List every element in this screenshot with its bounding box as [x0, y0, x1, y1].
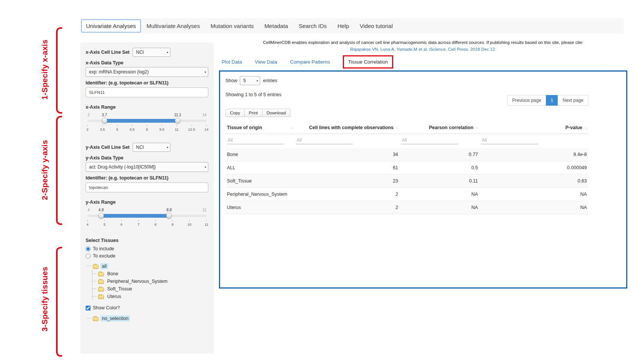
slider-handle-high[interactable]: [166, 213, 172, 218]
tissues-exclude-radio-row[interactable]: To exclude: [86, 253, 208, 259]
page-length-control: Show 5 ▾ entries: [225, 76, 588, 85]
entries-label: entries: [263, 78, 277, 83]
x-data-type-select[interactable]: exp: mRNA Expression (log2): [86, 67, 208, 77]
column-label: Tissue of origin: [227, 125, 262, 130]
slider-tick-label: 8: [155, 220, 156, 226]
tree-item-bone[interactable]: Bone: [92, 270, 208, 278]
slider-track[interactable]: [88, 215, 206, 217]
table-row[interactable]: Bone 34 0.77 9.4e-8: [225, 148, 588, 161]
tissue-cell: Bone: [225, 148, 294, 161]
column-label: P-value: [566, 125, 582, 130]
tab-multivariate-analyses[interactable]: Multivariate Analyses: [142, 20, 205, 32]
show-label: Show: [225, 78, 237, 83]
copy-button[interactable]: Copy: [225, 109, 245, 117]
tab-plot-data[interactable]: Plot Data: [222, 59, 242, 65]
cell-lines-cell: 2: [294, 201, 400, 214]
annotation-bracket-x-axis: [56, 27, 62, 114]
tab-view-data[interactable]: View Data: [255, 59, 277, 65]
header-row: Tissue of origin ↑↓ Cell lines with comp…: [225, 122, 588, 134]
folder-icon: [98, 295, 104, 299]
slider-tick-label: 9: [172, 220, 174, 226]
tab-tissue-correlation[interactable]: Tissue Correlation: [343, 55, 393, 69]
slider-handle-low[interactable]: [98, 213, 104, 218]
slider-track[interactable]: [88, 120, 206, 122]
column-header-p-value[interactable]: P-value ↑↓: [480, 122, 588, 134]
download-button[interactable]: Download: [262, 109, 291, 117]
y-data-type-select[interactable]: act: Drug Activity (-log10[IC50M]): [86, 162, 208, 172]
page-length-select[interactable]: 5: [240, 76, 260, 85]
column-header-tissue-of-origin[interactable]: Tissue of origin ↑↓: [225, 122, 294, 134]
tree-item-soft-tissue[interactable]: Soft_Tissue: [92, 285, 208, 293]
exclude-radio-label: To exclude: [93, 253, 116, 259]
column-header-pearson-correlation[interactable]: Pearson correlation ↑↓: [400, 122, 480, 134]
annotation-specify-tissues: 3-Specify tissues: [40, 257, 49, 341]
p-value-cell: 0.63: [480, 175, 588, 188]
table-row[interactable]: Uterus 2 NA NA: [225, 201, 588, 214]
filter-pearson-input[interactable]: [401, 136, 458, 144]
tab-compare-patterns[interactable]: Compare Patterns: [290, 59, 330, 65]
tree-item-all[interactable]: all: [87, 262, 208, 270]
x-identifier-input[interactable]: [86, 87, 208, 97]
tree-item-label: Soft_Tissue: [106, 286, 134, 292]
tree-item-label: no_selection: [100, 315, 130, 321]
selection-tree: no_selection: [87, 315, 208, 322]
folder-icon: [98, 280, 104, 284]
cell-lines-cell: 61: [294, 161, 400, 175]
slider-to-label: 8.8: [166, 208, 172, 212]
tissue-tree: all Bone Peripheral_Nervous_System Soft_…: [87, 262, 208, 300]
sort-icon: ↑↓: [476, 126, 478, 130]
slider-handle-high[interactable]: [175, 118, 181, 123]
x-range-slider[interactable]: 2 3.7 11.1 14 2 3.5 5 6.5 8 9.5 11 12.5 …: [88, 113, 206, 133]
show-color-checkbox[interactable]: [86, 306, 91, 311]
citation-link[interactable]: Rajapakse.VN, Luna.A, Yamade.M et al. iS…: [219, 46, 627, 53]
tissues-include-radio-row[interactable]: To include: [86, 246, 208, 251]
column-label: Cell lines with complete observations: [309, 125, 394, 130]
y-range-slider[interactable]: 4 4.8 8.8 11 4 5 6 7 8 9 10 11: [88, 208, 206, 228]
slider-tick-label: 9.5: [159, 125, 164, 131]
y-identifier-input[interactable]: [86, 183, 208, 192]
filter-p-value-input[interactable]: [481, 136, 538, 144]
table-row[interactable]: ALL 61 0.5 0.000049: [225, 161, 588, 175]
tab-univariate-analyses[interactable]: Univariate Analyses: [81, 19, 141, 33]
tab-video-tutorial[interactable]: Video tutorial: [355, 20, 397, 32]
slider-min-label: 2: [88, 113, 90, 117]
previous-page-button[interactable]: Previous page: [507, 95, 546, 106]
slider-range-bar: [101, 214, 169, 218]
tree-item-peripheral-nervous-system[interactable]: Peripheral_Nervous_System: [92, 278, 208, 285]
page-1-button[interactable]: 1: [546, 95, 558, 106]
slider-tick-label: 4: [86, 220, 88, 226]
tab-mutation-variants[interactable]: Mutation variants: [206, 20, 259, 32]
slider-ticks: 4 5 6 7 8 9 10 11: [88, 220, 206, 228]
show-color-row[interactable]: Show Color?: [86, 305, 208, 311]
print-button[interactable]: Print: [244, 109, 263, 117]
tab-metadata[interactable]: Metadata: [259, 20, 293, 32]
table-row[interactable]: Soft_Tissue 23 0.11 0.63: [225, 175, 588, 188]
annotation-specify-y-axis: 2-Specify y-axis: [40, 128, 49, 212]
slider-tick-label: 14: [205, 125, 209, 131]
slider-tick-label: 3.5: [100, 125, 105, 131]
p-value-cell: NA: [480, 201, 588, 214]
cell-lines-cell: 23: [294, 175, 400, 188]
tissue-cell: ALL: [225, 161, 294, 175]
exclude-radio[interactable]: [86, 254, 91, 259]
slider-handle-low[interactable]: [102, 118, 107, 123]
column-header-cell-lines[interactable]: Cell lines with complete observations ↑↓: [294, 122, 400, 134]
slider-tick-label: 11: [175, 125, 179, 131]
table-row[interactable]: Peripheral_Nervous_System 2 NA NA: [225, 188, 588, 201]
x-identifier-label: Identifier: (e.g. topotecan or SLFN11): [86, 80, 208, 86]
slider-tick-label: 2: [86, 125, 88, 131]
tab-help[interactable]: Help: [333, 20, 354, 32]
tree-item-uterus[interactable]: Uterus: [92, 293, 208, 300]
slider-min-label: 4: [88, 208, 90, 212]
filter-cell-lines-input[interactable]: [296, 136, 353, 144]
show-color-label: Show Color?: [93, 305, 120, 311]
x-cell-line-set-select[interactable]: NCI: [133, 48, 170, 57]
y-cell-line-set-label: y-Axis Cell Line Set: [86, 145, 130, 150]
next-page-button[interactable]: Next page: [558, 95, 588, 106]
filter-tissue-input[interactable]: [227, 136, 284, 144]
tree-item-no-selection[interactable]: no_selection: [87, 315, 208, 322]
export-buttons: Copy Print Download: [225, 109, 291, 117]
tab-search-ids[interactable]: Search IDs: [294, 20, 331, 32]
y-cell-line-set-select[interactable]: NCI: [133, 143, 170, 152]
include-radio[interactable]: [86, 247, 91, 251]
